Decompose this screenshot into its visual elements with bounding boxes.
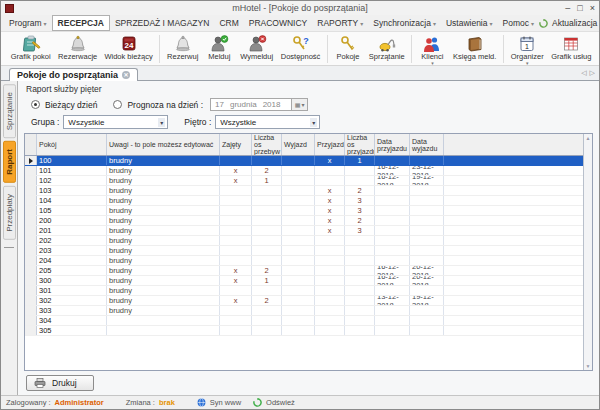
toolbar-button-pokoje[interactable]: Pokoje: [331, 33, 365, 65]
table-row-105[interactable]: 105brudnyx3: [25, 206, 583, 216]
cell[interactable]: [107, 326, 220, 335]
table-row-204[interactable]: 204brudny: [25, 256, 583, 266]
toolbar-button-grafik-uslug[interactable]: Grafik usług: [548, 33, 595, 65]
cell: [410, 196, 444, 205]
toolbar-button-wymelduj[interactable]: Wymelduj: [236, 33, 277, 65]
cell[interactable]: brudny: [107, 196, 220, 205]
table-row-304[interactable]: 304: [25, 316, 583, 326]
cell[interactable]: brudny: [107, 166, 220, 175]
table-row-104[interactable]: 104brudnyx3: [25, 196, 583, 206]
toolbar-button-rezerwacje[interactable]: Rezerwacje: [54, 33, 101, 65]
toolbar-button-widok-biezacy[interactable]: 24Widok bieżący: [101, 33, 156, 65]
refresh-label[interactable]: Odśwież: [266, 398, 295, 407]
column-header-data-przyjazdu[interactable]: Data przyjazdu: [375, 134, 410, 155]
cell[interactable]: brudny: [107, 266, 220, 275]
column-header-liczba-os-przebyw[interactable]: Liczba os przebyw: [252, 134, 282, 155]
syn-www-label[interactable]: Syn www: [210, 398, 241, 407]
cell[interactable]: brudny: [107, 176, 220, 185]
toolbar-button-organizer[interactable]: 1Organizer▾: [507, 33, 548, 65]
menu-item-program[interactable]: Program▾: [4, 16, 52, 30]
table-row-300[interactable]: 300brudnyx116-12-201820-12-2018: [25, 276, 583, 286]
toolbar-button-sprzatanie[interactable]: Sprzątanie: [365, 33, 409, 65]
cell[interactable]: brudny: [107, 216, 220, 225]
cell[interactable]: brudny: [107, 236, 220, 245]
cell[interactable]: brudny: [107, 226, 220, 235]
column-header-uwagi-to-pole-mozesz-edytowac[interactable]: Uwagi - to pole możesz edytować: [107, 134, 220, 155]
menu-item-synchronizacja[interactable]: Synchronizacja▾: [368, 16, 441, 30]
date-picker-button[interactable]: ▦▾: [292, 98, 308, 111]
menu-item-ustawienia[interactable]: Ustawienia▾: [441, 16, 498, 30]
cell[interactable]: brudny: [107, 186, 220, 195]
menu-item-sprzedaz-i-magazyn[interactable]: SPRZEDAŻ I MAGAZYN: [110, 16, 214, 30]
table-row-200[interactable]: 200brudnyx2: [25, 216, 583, 226]
cell: [345, 246, 375, 255]
cell[interactable]: brudny: [107, 246, 220, 255]
column-header-wyjazd[interactable]: Wyjazd: [282, 134, 315, 155]
radio-biezacy-dzien[interactable]: [31, 100, 40, 109]
cell[interactable]: brudny: [107, 256, 220, 265]
scroll-down-icon[interactable]: ▼: [586, 363, 591, 369]
tab-close-icon[interactable]: ✕: [122, 71, 130, 79]
cell[interactable]: brudny: [107, 156, 220, 165]
menu-item-pracownicy[interactable]: PRACOWNICY: [244, 16, 313, 30]
cell: [375, 326, 410, 335]
tab-scroll-left-icon[interactable]: ◁: [581, 69, 586, 77]
close-icon[interactable]: ×: [590, 3, 595, 13]
toolbar-button-melduj[interactable]: Melduj: [202, 33, 236, 65]
maximize-icon[interactable]: □: [577, 3, 582, 13]
tab-scroll-right-icon[interactable]: ▷: [590, 69, 595, 77]
row-marker: [25, 226, 37, 235]
table-row-205[interactable]: 205brudnyx216-12-201820-12-2018: [25, 266, 583, 276]
table-row-201[interactable]: 201brudnyx3: [25, 226, 583, 236]
menu-item-recepcja[interactable]: RECEPCJA: [52, 15, 110, 31]
vertical-scrollbar[interactable]: ▲ ▼: [583, 134, 592, 370]
forecast-date-field[interactable]: 17 grudnia 2018: [210, 98, 292, 111]
tab-pokoje-do-posprzatania[interactable]: Pokoje do posprzątania ✕: [9, 68, 138, 81]
column-header-przyjazd[interactable]: Przyjazd: [315, 134, 345, 155]
toolbar-button-rezerwuj[interactable]: Rezerwuj: [163, 33, 202, 65]
table-row-203[interactable]: 203brudny: [25, 246, 583, 256]
side-tab-raport[interactable]: Raport: [3, 141, 16, 183]
current-view-icon: 24: [119, 34, 139, 53]
table-row-301[interactable]: 301brudny: [25, 286, 583, 296]
radio-prognoza[interactable]: [113, 100, 122, 109]
row-marker: [25, 316, 37, 325]
table-row-305[interactable]: 305: [25, 326, 583, 336]
cell[interactable]: brudny: [107, 296, 220, 305]
toolbar-button-dostepnosc[interactable]: ?Dostępność: [277, 33, 324, 65]
table-row-303[interactable]: 303brudny: [25, 306, 583, 316]
menu-item-crm[interactable]: CRM: [214, 16, 243, 30]
cell: x: [315, 196, 345, 205]
toolbar-button-label: Rezerwacje: [58, 53, 97, 61]
side-tab-sprzatanie[interactable]: Sprzątanie: [3, 84, 16, 138]
toolbar-button-klienci[interactable]: Klienci▾: [415, 33, 449, 65]
cell: [252, 206, 282, 215]
cell[interactable]: brudny: [107, 286, 220, 295]
scroll-up-icon[interactable]: ▲: [586, 135, 591, 141]
menu-item-raporty[interactable]: RAPORTY▾: [312, 16, 368, 30]
table-row-103[interactable]: 103brudnyx2: [25, 186, 583, 196]
column-header-data-wyjazdu[interactable]: Data wyjazdu: [410, 134, 444, 155]
print-button[interactable]: Drukuj: [26, 375, 94, 391]
toolbar-button-ksiega-meld[interactable]: Księga meld.: [449, 33, 500, 65]
cell[interactable]: brudny: [107, 306, 220, 315]
side-tab-przedplaty[interactable]: Przedpłaty: [3, 186, 16, 240]
cell[interactable]: [107, 316, 220, 325]
pietro-select[interactable]: Wszystkie ▾: [215, 115, 320, 129]
table-row-202[interactable]: 202brudny: [25, 236, 583, 246]
cell: [375, 246, 410, 255]
table-row-100[interactable]: 100brudnyx1: [25, 156, 583, 166]
cell[interactable]: brudny: [107, 206, 220, 215]
update-label[interactable]: Aktualizacja: [552, 18, 597, 28]
table-row-302[interactable]: 302brudnyx213-12-201819-12-2018: [25, 296, 583, 306]
column-header-pokoj[interactable]: Pokój: [37, 134, 107, 155]
menu-item-pomoc[interactable]: Pomoc▾: [498, 16, 539, 30]
grupa-select[interactable]: Wszystkie ▾: [63, 115, 168, 129]
minimize-icon[interactable]: –: [565, 3, 570, 13]
table-row-101[interactable]: 101brudnyx216-12-201823-12-2018: [25, 166, 583, 176]
toolbar-button-grafik-pokoi[interactable]: Grafik pokoi: [7, 33, 54, 65]
column-header-liczba-os-przyjazdu[interactable]: Liczba os przyjazdu: [345, 134, 375, 155]
cell[interactable]: brudny: [107, 276, 220, 285]
table-row-102[interactable]: 102brudnyx116-12-201819-12-2018: [25, 176, 583, 186]
column-header-zajety[interactable]: Zajęty: [220, 134, 252, 155]
